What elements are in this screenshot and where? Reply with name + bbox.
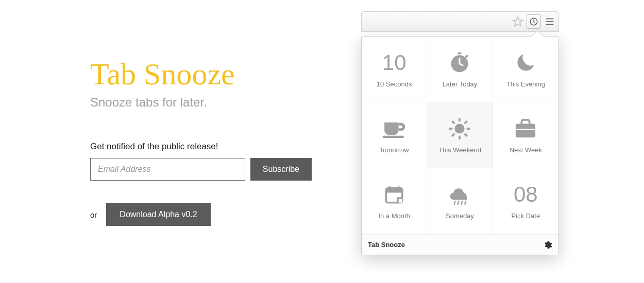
moon-icon [513,50,538,75]
svg-line-16 [453,134,454,136]
extension-icon-button[interactable] [527,14,541,29]
tile-label: Later Today [443,80,478,88]
browser-toolbar [361,11,559,32]
stopwatch-icon [447,50,472,75]
snooze-popup: 10 10 Seconds Later Today This Evening [361,36,559,255]
subscribe-button[interactable]: Subscribe [250,158,312,181]
notify-label: Get notified of the public release! [90,142,312,152]
subscribe-row: Subscribe [90,158,312,181]
cup-icon [382,116,406,141]
gear-icon[interactable] [543,240,552,250]
tile-10-seconds[interactable]: 10 10 Seconds [362,37,427,102]
popup-footer: Tab Snooze [362,234,558,255]
svg-line-15 [465,134,467,136]
svg-rect-18 [516,123,535,137]
tile-pick-date[interactable]: 08 Pick Date [493,168,558,234]
or-label: or [90,210,97,219]
star-icon[interactable] [512,16,523,27]
svg-line-27 [465,202,466,204]
tile-label: In a Month [378,212,410,220]
menu-icon[interactable] [544,16,555,27]
tile-label: This Weekend [438,146,481,154]
ten-icon: 10 [382,50,406,75]
svg-point-9 [456,125,464,132]
calendar-icon [382,182,406,207]
svg-line-14 [453,121,454,123]
popup-title: Tab Snooze [368,241,405,249]
svg-line-17 [465,121,467,123]
email-field[interactable] [90,158,245,181]
tile-label: Someday [446,212,474,220]
clock-icon [529,17,538,26]
tile-label: Pick Date [512,212,540,220]
tile-label: Tomorrow [380,146,409,154]
tile-label: Next Week [510,146,542,154]
or-row: or Download Alpha v0.2 [90,203,312,226]
svg-marker-0 [513,17,522,26]
svg-line-24 [454,202,455,204]
zero-eight-icon: 08 [513,182,538,207]
tile-this-weekend[interactable]: This Weekend [427,102,493,168]
tile-in-a-month[interactable]: In a Month [362,168,427,234]
tile-later-today[interactable]: Later Today [427,37,493,102]
snooze-grid: 10 10 Seconds Later Today This Evening [362,37,558,234]
extension-screenshot: 10 10 Seconds Later Today This Evening [361,11,559,255]
svg-rect-21 [386,188,402,193]
download-button[interactable]: Download Alpha v0.2 [106,203,210,226]
page-tagline: Snooze tabs for later. [90,95,312,110]
page-title: Tab Snooze [90,57,312,92]
svg-line-26 [462,202,463,204]
cloud-icon [447,182,472,207]
briefcase-icon [513,116,538,141]
tile-this-evening[interactable]: This Evening [493,37,558,102]
svg-rect-5 [458,52,462,55]
svg-rect-8 [383,136,404,138]
tile-label: 10 Seconds [377,80,412,88]
svg-line-25 [458,202,459,204]
landing-hero: Tab Snooze Snooze tabs for later. Get no… [90,57,312,226]
tile-label: This Evening [506,80,545,88]
tile-next-week[interactable]: Next Week [493,102,558,168]
tile-someday[interactable]: Someday [427,168,493,234]
sun-icon [447,116,472,141]
tile-tomorrow[interactable]: Tomorrow [362,102,427,168]
